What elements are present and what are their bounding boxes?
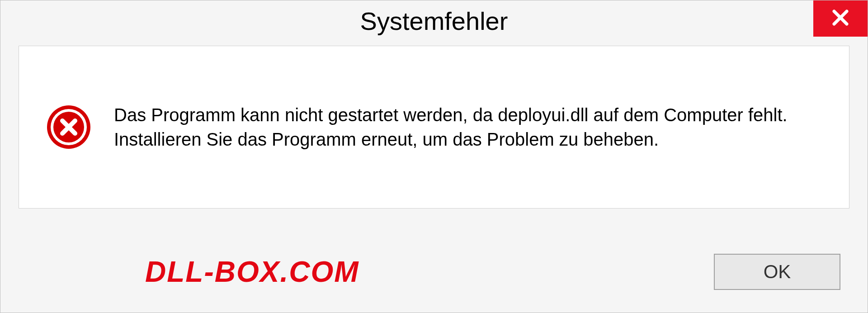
close-button[interactable] — [813, 0, 868, 37]
ok-button[interactable]: OK — [714, 254, 840, 290]
titlebar: Systemfehler — [0, 0, 868, 41]
watermark-text: DLL-BOX.COM — [145, 255, 359, 289]
error-dialog-window: Systemfehler Das Programm kann nicht ges… — [0, 0, 868, 313]
dialog-footer: DLL-BOX.COM OK — [0, 245, 868, 299]
error-message: Das Programm kann nicht gestartet werden… — [114, 103, 822, 152]
content-panel: Das Programm kann nicht gestartet werden… — [19, 46, 849, 209]
error-icon — [46, 104, 91, 150]
dialog-title: Systemfehler — [360, 6, 508, 36]
close-icon — [830, 7, 851, 30]
